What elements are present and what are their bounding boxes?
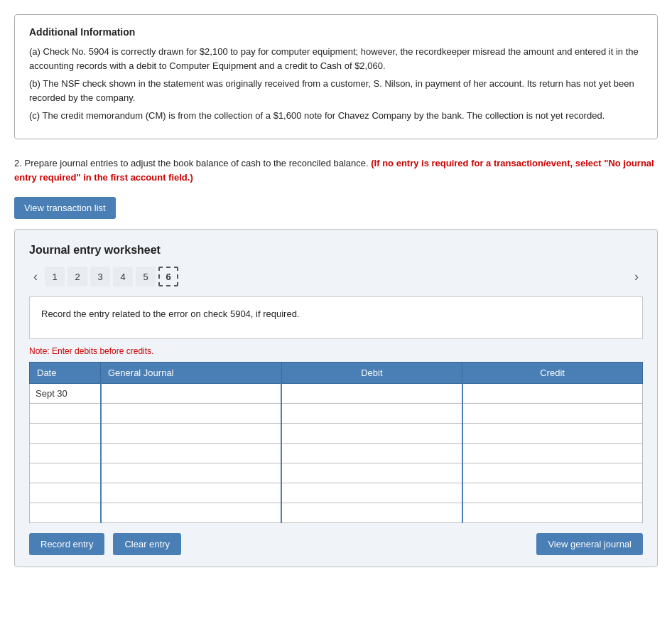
worksheet-container: Journal entry worksheet ‹ 1 2 3 4 5 6 › … <box>14 229 658 567</box>
tab-2[interactable]: 2 <box>67 267 87 286</box>
table-row <box>30 463 643 483</box>
journal-cell-1[interactable] <box>101 384 282 404</box>
debit-cell-3[interactable] <box>281 424 462 444</box>
date-cell-2 <box>30 404 101 424</box>
info-text-c: The credit memorandum (CM) is from the c… <box>43 110 605 121</box>
additional-info-box: Additional Information (a) Check No. 590… <box>14 14 658 139</box>
credit-cell-5[interactable] <box>462 463 643 483</box>
journal-input-4[interactable] <box>102 444 281 463</box>
question-section: 2. Prepare journal entries to adjust the… <box>14 156 658 186</box>
debit-cell-6[interactable] <box>281 483 462 503</box>
info-label-b: (b) <box>29 78 43 89</box>
journal-cell-4[interactable] <box>101 444 282 463</box>
record-entry-button[interactable]: Record entry <box>29 533 104 555</box>
credit-input-7[interactable] <box>463 503 642 522</box>
info-item-b: (b) The NSF check shown in the statement… <box>29 77 643 104</box>
credit-cell-7[interactable] <box>462 503 643 523</box>
tab-1[interactable]: 1 <box>45 267 65 286</box>
info-label-a: (a) <box>29 46 43 57</box>
tab-3[interactable]: 3 <box>90 267 110 286</box>
debit-input-4[interactable] <box>282 444 462 463</box>
journal-input-7[interactable] <box>102 503 281 522</box>
journal-cell-3[interactable] <box>101 424 282 444</box>
table-row <box>30 404 643 424</box>
view-general-journal-button[interactable]: View general journal <box>536 533 643 555</box>
credit-cell-1[interactable] <box>462 384 643 404</box>
tab-6[interactable]: 6 <box>158 267 178 286</box>
debit-cell-5[interactable] <box>281 463 462 483</box>
debit-cell-4[interactable] <box>281 444 462 463</box>
table-row: Sept 30 <box>30 384 643 404</box>
date-cell-7 <box>30 503 101 523</box>
journal-input-6[interactable] <box>102 483 281 503</box>
instruction-text: Record the entry related to the error on… <box>41 308 299 319</box>
credit-input-6[interactable] <box>463 483 642 503</box>
info-text-b: The NSF check shown in the statement was… <box>29 78 634 103</box>
table-row <box>30 424 643 444</box>
journal-cell-5[interactable] <box>101 463 282 483</box>
tab-4[interactable]: 4 <box>113 267 133 286</box>
journal-cell-2[interactable] <box>101 404 282 424</box>
clear-entry-button[interactable]: Clear entry <box>113 533 181 555</box>
col-header-credit: Credit <box>462 363 643 384</box>
date-cell-5 <box>30 463 101 483</box>
tab-5[interactable]: 5 <box>136 267 156 286</box>
instruction-box: Record the entry related to the error on… <box>29 296 643 339</box>
credit-input-3[interactable] <box>463 424 642 443</box>
debit-cell-2[interactable] <box>281 404 462 424</box>
worksheet-title: Journal entry worksheet <box>29 244 643 257</box>
debit-input-2[interactable] <box>282 404 462 423</box>
debit-cell-1[interactable] <box>281 384 462 404</box>
date-cell-4 <box>30 444 101 463</box>
prev-tab-arrow[interactable]: ‹ <box>29 268 42 286</box>
journal-input-5[interactable] <box>102 463 281 483</box>
debit-input-1[interactable] <box>282 384 462 403</box>
question-number: 2. <box>14 158 22 168</box>
credit-cell-6[interactable] <box>462 483 643 503</box>
table-row <box>30 483 643 503</box>
credit-cell-4[interactable] <box>462 444 643 463</box>
additional-info-title: Additional Information <box>29 26 643 38</box>
date-cell-3 <box>30 424 101 444</box>
debit-input-7[interactable] <box>282 503 462 522</box>
journal-cell-6[interactable] <box>101 483 282 503</box>
journal-input-1[interactable] <box>102 384 281 403</box>
journal-table: Date General Journal Debit Credit Sept 3… <box>29 362 643 523</box>
view-transaction-button[interactable]: View transaction list <box>14 197 116 219</box>
journal-cell-7[interactable] <box>101 503 282 523</box>
journal-input-3[interactable] <box>102 424 281 443</box>
col-header-date: Date <box>30 363 101 384</box>
note-text: Note: Enter debits before credits. <box>29 346 643 356</box>
debit-input-3[interactable] <box>282 424 462 443</box>
info-label-c: (c) <box>29 110 43 121</box>
next-tab-arrow[interactable]: › <box>630 268 643 286</box>
credit-cell-2[interactable] <box>462 404 643 424</box>
col-header-debit: Debit <box>281 363 462 384</box>
table-row <box>30 444 643 463</box>
credit-input-4[interactable] <box>463 444 642 463</box>
action-buttons: Record entry Clear entry View general jo… <box>29 533 643 555</box>
credit-input-2[interactable] <box>463 404 642 423</box>
info-item-a: (a) Check No. 5904 is correctly drawn fo… <box>29 45 643 73</box>
info-text-a: Check No. 5904 is correctly drawn for $2… <box>29 46 639 71</box>
credit-input-1[interactable] <box>463 384 642 403</box>
journal-input-2[interactable] <box>102 404 281 423</box>
debit-input-5[interactable] <box>282 463 462 483</box>
table-row <box>30 503 643 523</box>
info-item-c: (c) The credit memorandum (CM) is from t… <box>29 109 643 123</box>
credit-input-5[interactable] <box>463 463 642 483</box>
credit-cell-3[interactable] <box>462 424 643 444</box>
date-cell-1: Sept 30 <box>30 384 101 404</box>
question-text: 2. Prepare journal entries to adjust the… <box>14 156 658 186</box>
tab-navigation: ‹ 1 2 3 4 5 6 › <box>29 267 643 286</box>
col-header-journal: General Journal <box>101 363 282 384</box>
question-body: Prepare journal entries to adjust the bo… <box>24 158 371 168</box>
debit-cell-7[interactable] <box>281 503 462 523</box>
date-cell-6 <box>30 483 101 503</box>
debit-input-6[interactable] <box>282 483 462 503</box>
